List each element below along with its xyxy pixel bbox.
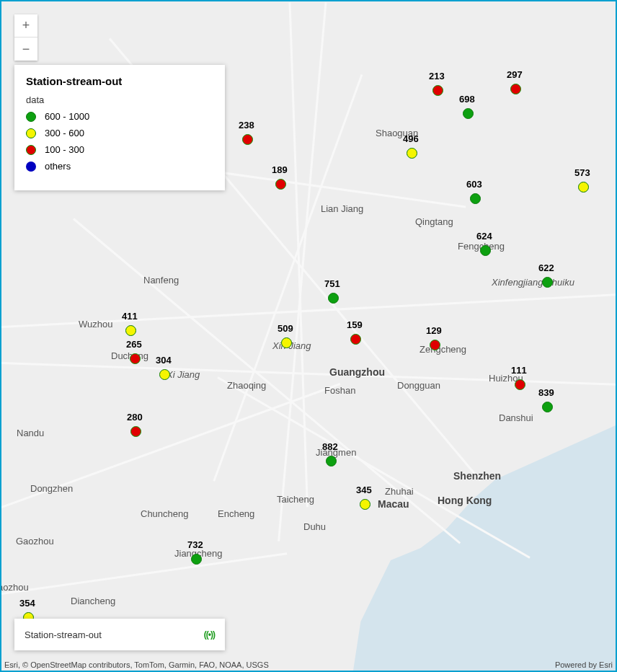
legend-swatch: [26, 128, 36, 138]
city-label: Nanfeng: [143, 275, 179, 286]
city-label: Encheng: [218, 508, 254, 519]
station-dot[interactable]: [430, 340, 440, 350]
city-label: aozhou: [0, 582, 29, 593]
station-value: 573: [574, 167, 590, 178]
layer-bar: Station-stream-out ((•)): [14, 619, 225, 650]
layer-name: Station-stream-out: [25, 629, 102, 640]
station-marker[interactable]: 411: [125, 325, 136, 336]
station-value: 698: [459, 94, 475, 105]
legend-title: Station-stream-out: [26, 75, 213, 87]
attribution: Esri, © OpenStreetMap contributors, TomT…: [4, 660, 613, 669]
station-dot[interactable]: [326, 456, 337, 467]
station-dot[interactable]: [191, 554, 202, 565]
legend-row: others: [26, 161, 213, 172]
sea: [241, 425, 616, 671]
station-marker[interactable]: 297: [510, 84, 521, 94]
station-marker[interactable]: 111: [515, 379, 525, 390]
city-label: Guangzhou: [329, 366, 385, 378]
zoom-control: + −: [14, 14, 37, 61]
station-value: 280: [127, 412, 143, 423]
city-label: Zhuhai: [385, 486, 414, 497]
station-marker[interactable]: 624: [480, 245, 491, 256]
station-marker[interactable]: 496: [407, 148, 417, 159]
station-value: 496: [403, 133, 419, 144]
city-label: Macau: [378, 498, 409, 510]
attrib-left: Esri, © OpenStreetMap contributors, TomT…: [4, 660, 269, 669]
station-dot[interactable]: [130, 426, 141, 437]
station-dot[interactable]: [480, 245, 491, 256]
city-label: Gaozhou: [16, 536, 54, 547]
station-value: 411: [122, 311, 138, 322]
station-value: 839: [538, 387, 554, 398]
city-label: Diancheng: [71, 596, 115, 606]
station-dot[interactable]: [130, 353, 141, 364]
legend-label: 300 - 600: [45, 128, 84, 138]
city-label: Lian Jiang: [321, 203, 363, 214]
station-marker[interactable]: 189: [275, 179, 286, 190]
station-marker[interactable]: 622: [542, 277, 553, 288]
station-value: 345: [356, 485, 372, 495]
station-dot[interactable]: [578, 182, 589, 193]
station-dot[interactable]: [360, 499, 370, 510]
station-marker[interactable]: 265: [130, 353, 141, 364]
station-dot[interactable]: [432, 85, 443, 96]
station-dot[interactable]: [463, 108, 474, 119]
station-value: 509: [278, 323, 293, 334]
station-marker[interactable]: 882: [326, 456, 337, 467]
station-value: 265: [126, 339, 142, 350]
station-value: 751: [324, 278, 340, 289]
station-value: 622: [538, 262, 554, 273]
city-label: Dongzhen: [30, 483, 73, 494]
station-marker[interactable]: 213: [432, 85, 443, 96]
station-dot[interactable]: [542, 277, 553, 288]
station-dot[interactable]: [159, 369, 170, 380]
city-label: Chuncheng: [141, 508, 189, 519]
station-marker[interactable]: 751: [328, 293, 339, 304]
station-dot[interactable]: [281, 337, 292, 348]
station-marker[interactable]: 129: [430, 340, 440, 350]
station-dot[interactable]: [407, 148, 417, 159]
city-label: Qingtang: [415, 216, 453, 227]
zoom-out-button[interactable]: −: [14, 37, 37, 61]
city-label: Zhaoqing: [227, 380, 266, 391]
legend-row: 600 - 1000: [26, 111, 213, 122]
legend-label: 100 - 300: [45, 144, 84, 155]
station-marker[interactable]: 238: [242, 134, 253, 145]
city-label: Xi Jiang: [167, 369, 200, 380]
station-marker[interactable]: 509: [281, 337, 292, 348]
station-dot[interactable]: [275, 179, 286, 190]
station-value: 354: [19, 598, 35, 609]
station-value: 159: [347, 319, 363, 330]
station-marker[interactable]: 698: [463, 108, 474, 119]
station-dot[interactable]: [328, 293, 339, 304]
station-marker[interactable]: 280: [130, 426, 141, 437]
station-value: 624: [476, 231, 492, 242]
attrib-right: Powered by Esri: [555, 660, 613, 669]
station-dot[interactable]: [350, 334, 361, 345]
station-dot[interactable]: [242, 134, 253, 145]
legend-label: 600 - 1000: [45, 111, 89, 122]
station-marker[interactable]: 159: [350, 334, 361, 345]
city-label: Duhu: [303, 521, 326, 532]
station-value: 129: [426, 325, 442, 336]
stream-icon[interactable]: ((•)): [204, 629, 215, 640]
station-marker[interactable]: 839: [542, 402, 553, 412]
station-dot[interactable]: [515, 379, 525, 390]
station-dot[interactable]: [125, 325, 136, 336]
zoom-in-button[interactable]: +: [14, 14, 37, 37]
station-marker[interactable]: 603: [470, 193, 481, 204]
station-marker[interactable]: 732: [191, 554, 202, 565]
legend-label: others: [45, 161, 71, 172]
city-label: Shenzhen: [453, 470, 501, 482]
city-label: Wuzhou: [79, 319, 112, 330]
station-marker[interactable]: 304: [159, 369, 170, 380]
station-dot[interactable]: [542, 402, 553, 412]
station-dot[interactable]: [470, 193, 481, 204]
city-label: Hong Kong: [438, 495, 492, 506]
station-marker[interactable]: 345: [360, 499, 370, 510]
station-dot[interactable]: [510, 84, 521, 94]
station-value: 238: [239, 120, 254, 131]
map-container[interactable]: + − Station-stream-out data 600 - 100030…: [0, 0, 617, 672]
station-marker[interactable]: 573: [578, 182, 589, 193]
city-label: Dongguan: [397, 380, 440, 391]
